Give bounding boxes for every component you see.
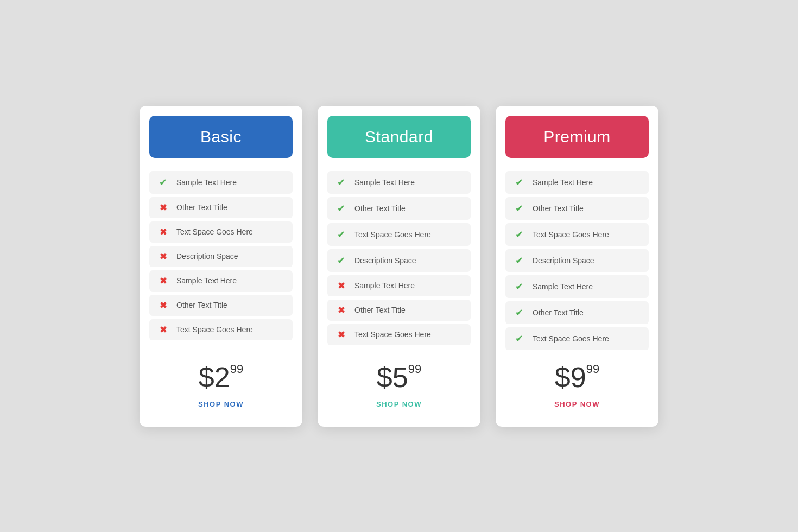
cross-icon: ✖ [335,281,347,291]
basic-price-wrapper: $299 [149,363,293,391]
feature-text: Other Text Title [176,301,227,309]
premium-features-list: ✔Sample Text Here✔Other Text Title✔Text … [496,171,658,350]
check-icon: ✔ [513,281,525,293]
list-item: ✔Description Space [505,249,649,272]
standard-header: Standard [327,116,471,158]
feature-text: Text Space Goes Here [533,334,609,343]
cross-icon: ✖ [157,202,169,213]
check-icon: ✔ [335,176,347,188]
check-icon: ✔ [513,176,525,188]
check-icon: ✔ [513,229,525,240]
basic-price-main: $2 [199,363,230,391]
standard-price-cents: 99 [408,363,421,375]
feature-text: Text Space Goes Here [176,325,253,334]
feature-text: Sample Text Here [533,178,593,187]
feature-text: Description Space [176,252,238,261]
feature-text: Sample Text Here [354,178,415,187]
pricing-card-standard: Standard✔Sample Text Here✔Other Text Tit… [318,106,480,427]
cross-icon: ✖ [335,305,347,315]
standard-shop-now-button[interactable]: SHOP NOW [376,398,422,410]
list-item: ✖Other Text Title [149,295,293,316]
list-item: ✔Text Space Goes Here [505,327,649,350]
pricing-card-premium: Premium✔Sample Text Here✔Other Text Titl… [496,106,658,427]
check-icon: ✔ [513,255,525,267]
feature-text: Text Space Goes Here [354,330,431,339]
basic-title: Basic [149,128,293,146]
feature-text: Other Text Title [176,203,227,212]
pricing-container: Basic✔Sample Text Here✖Other Text Title✖… [118,73,680,459]
cross-icon: ✖ [335,330,347,340]
list-item: ✔Sample Text Here [327,171,471,194]
list-item: ✖Other Text Title [327,300,471,321]
feature-text: Description Space [354,256,416,265]
premium-price-cents: 99 [586,363,599,375]
basic-price-cents: 99 [230,363,243,375]
basic-shop-now-button[interactable]: SHOP NOW [198,398,244,410]
list-item: ✔Text Space Goes Here [327,223,471,246]
check-icon: ✔ [335,229,347,240]
premium-header: Premium [505,116,649,158]
list-item: ✖Sample Text Here [149,270,293,292]
feature-text: Sample Text Here [354,281,415,290]
standard-price-main: $5 [377,363,408,391]
feature-text: Other Text Title [533,204,584,213]
standard-features-list: ✔Sample Text Here✔Other Text Title✔Text … [318,171,480,350]
list-item: ✖Text Space Goes Here [149,221,293,243]
cross-icon: ✖ [157,227,169,237]
basic-price-section: $299SHOP NOW [140,363,302,410]
cross-icon: ✖ [157,276,169,286]
list-item: ✔Text Space Goes Here [505,223,649,246]
feature-text: Other Text Title [354,306,406,314]
check-icon: ✔ [513,307,525,319]
list-item: ✔Description Space [327,249,471,272]
list-item: ✖Text Space Goes Here [149,319,293,340]
list-item: ✖Sample Text Here [327,275,471,296]
standard-price-wrapper: $599 [327,363,471,391]
basic-features-list: ✔Sample Text Here✖Other Text Title✖Text … [140,171,302,350]
list-item: ✖Description Space [149,246,293,267]
premium-shop-now-button[interactable]: SHOP NOW [554,398,600,410]
cross-icon: ✖ [157,300,169,311]
feature-text: Text Space Goes Here [176,227,253,236]
basic-header: Basic [149,116,293,158]
premium-price-main: $9 [555,363,586,391]
check-icon: ✔ [513,333,525,345]
list-item: ✔Other Text Title [327,197,471,220]
feature-text: Text Space Goes Here [354,230,431,239]
feature-text: Text Space Goes Here [533,230,609,239]
check-icon: ✔ [157,176,169,188]
list-item: ✖Other Text Title [149,197,293,218]
feature-text: Description Space [533,256,594,265]
check-icon: ✔ [335,255,347,267]
list-item: ✔Other Text Title [505,197,649,220]
pricing-card-basic: Basic✔Sample Text Here✖Other Text Title✖… [140,106,302,427]
list-item: ✔Sample Text Here [149,171,293,194]
list-item: ✖Text Space Goes Here [327,324,471,345]
check-icon: ✔ [335,202,347,214]
list-item: ✔Sample Text Here [505,171,649,194]
list-item: ✔Other Text Title [505,301,649,324]
feature-text: Sample Text Here [533,282,593,291]
check-icon: ✔ [513,202,525,214]
premium-price-wrapper: $999 [505,363,649,391]
cross-icon: ✖ [157,325,169,335]
premium-title: Premium [505,128,649,146]
list-item: ✔Sample Text Here [505,275,649,298]
cross-icon: ✖ [157,251,169,262]
premium-price-section: $999SHOP NOW [496,363,658,410]
feature-text: Other Text Title [354,204,406,213]
standard-price-section: $599SHOP NOW [318,363,480,410]
feature-text: Sample Text Here [176,276,237,285]
feature-text: Sample Text Here [176,178,237,187]
standard-title: Standard [327,128,471,146]
feature-text: Other Text Title [533,308,584,317]
